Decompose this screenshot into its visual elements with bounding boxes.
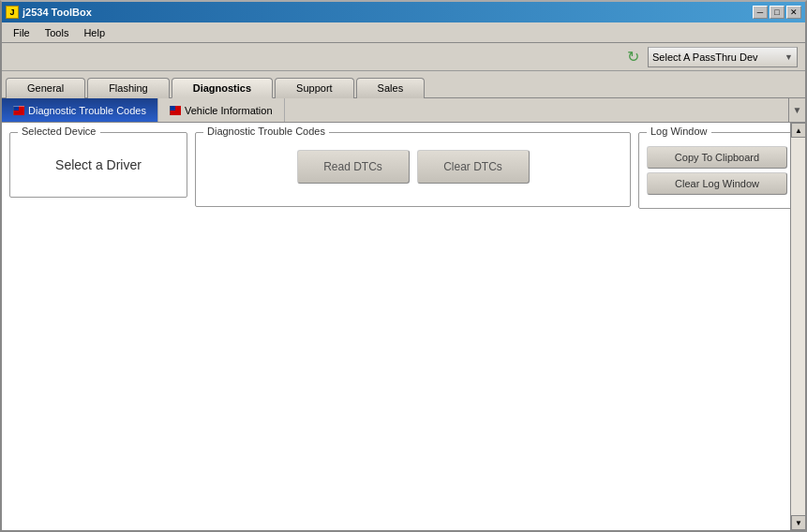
copy-clipboard-button[interactable]: Copy To Clipboard	[647, 146, 787, 169]
selected-device-legend: Selected Device	[18, 126, 100, 137]
menu-help[interactable]: Help	[76, 25, 112, 40]
driver-text: Select a Driver	[14, 137, 183, 193]
svg-rect-7	[170, 111, 181, 115]
menu-bar: File Tools Help	[2, 22, 805, 43]
svg-rect-6	[175, 106, 181, 111]
dtc-panel: Diagnostic Trouble Codes Read DTCs Clear…	[195, 132, 631, 207]
clear-dtcs-button[interactable]: Clear DTCs	[417, 150, 530, 184]
subtab-scroll-right[interactable]: ▼	[788, 98, 805, 122]
log-legend: Log Window	[647, 126, 711, 137]
menu-tools[interactable]: Tools	[37, 25, 77, 40]
title-bar-left: J j2534 ToolBox	[6, 6, 92, 19]
scroll-down-arrow[interactable]: ▼	[791, 515, 805, 530]
svg-rect-5	[170, 106, 175, 111]
sub-tabs: Diagnostic Trouble Codes Vehicle Informa…	[2, 98, 805, 123]
dtc-buttons: Read DTCs Clear DTCs	[200, 137, 626, 197]
title-bar: J j2534 ToolBox ─ □ ✕	[2, 2, 805, 22]
app-icon: J	[6, 6, 19, 19]
log-panel: Log Window Copy To Clipboard Clear Log W…	[638, 132, 798, 209]
tab-support[interactable]: Support	[275, 78, 354, 98]
device-select-label: Select A PassThru Dev	[652, 52, 758, 63]
tab-sales[interactable]: Sales	[356, 78, 426, 98]
svg-rect-2	[13, 106, 24, 107]
menu-file[interactable]: File	[6, 25, 37, 40]
minimize-button[interactable]: ─	[753, 6, 768, 19]
dtc-legend: Diagnostic Trouble Codes	[203, 126, 329, 137]
flag-icon	[13, 105, 24, 116]
content-scrollbar: ▲ ▼	[790, 123, 805, 530]
tab-general[interactable]: General	[6, 78, 85, 98]
main-content: Selected Device Select a Driver Diagnost…	[2, 123, 805, 530]
close-button[interactable]: ✕	[786, 6, 801, 19]
scroll-track	[791, 138, 805, 515]
chevron-down-icon: ▼	[785, 52, 793, 62]
content-panels: Selected Device Select a Driver Diagnost…	[2, 123, 805, 218]
main-tabs: General Flashing Diagnostics Support Sal…	[2, 71, 805, 98]
window-controls: ─ □ ✕	[753, 6, 801, 19]
selected-device-panel: Selected Device Select a Driver	[9, 132, 187, 198]
subtab-vehicle-label: Vehicle Information	[185, 105, 273, 116]
maximize-button[interactable]: □	[770, 6, 785, 19]
svg-rect-3	[13, 111, 24, 115]
subtab-dtc[interactable]: Diagnostic Trouble Codes	[2, 98, 158, 122]
main-window: J j2534 ToolBox ─ □ ✕ File Tools Help ↻ …	[0, 0, 807, 532]
log-buttons: Copy To Clipboard Clear Log Window	[643, 137, 793, 204]
subtab-dtc-label: Diagnostic Trouble Codes	[28, 105, 146, 116]
scroll-up-arrow[interactable]: ▲	[791, 123, 805, 138]
device-select[interactable]: Select A PassThru Dev ▼	[648, 47, 798, 67]
clear-log-button[interactable]: Clear Log Window	[647, 172, 787, 195]
subtab-vehicle[interactable]: Vehicle Information	[158, 98, 285, 122]
flag-icon-2	[170, 105, 181, 116]
toolbar: ↻ Select A PassThru Dev ▼	[2, 43, 805, 71]
tab-diagnostics[interactable]: Diagnostics	[172, 78, 273, 98]
read-dtcs-button[interactable]: Read DTCs	[297, 150, 410, 184]
refresh-icon[interactable]: ↻	[623, 48, 642, 66]
tab-flashing[interactable]: Flashing	[87, 78, 170, 98]
window-title: j2534 ToolBox	[22, 7, 92, 18]
